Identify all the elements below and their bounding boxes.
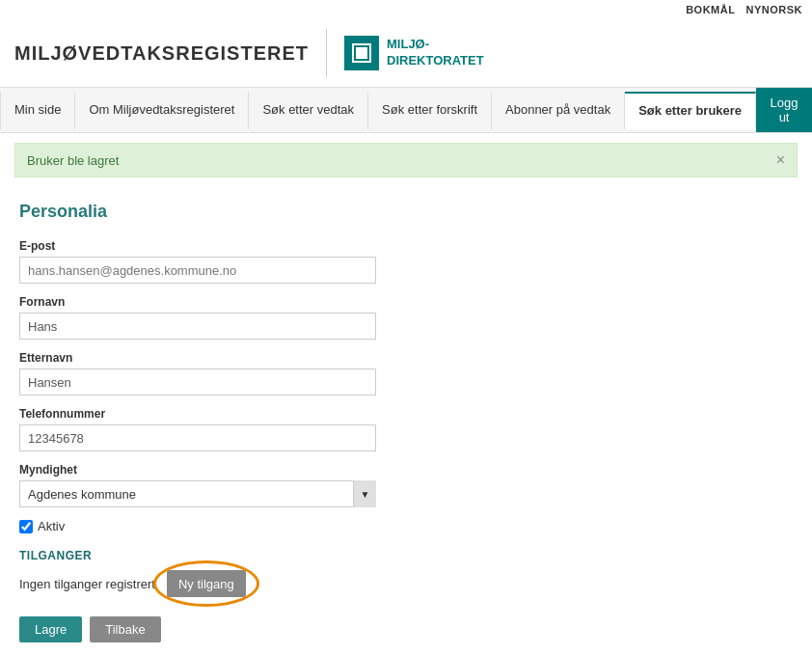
- site-title: MILJØVEDTAKSREGISTERET: [14, 42, 309, 65]
- epost-group: E-post: [19, 239, 793, 284]
- action-buttons: Lagre Tilbake: [19, 616, 793, 642]
- bokmal-link[interactable]: BOKMÅL: [686, 4, 735, 15]
- nynorsk-link[interactable]: NYNORSK: [745, 4, 802, 15]
- header-divider: [326, 29, 327, 77]
- nav-item-vedtak[interactable]: Søk etter vedtak: [249, 92, 368, 129]
- logo-text: MILJØ- DIREKTORATET: [387, 37, 484, 69]
- logo: MILJØ- DIREKTORATET: [344, 36, 484, 70]
- logout-button[interactable]: Logg ut: [756, 88, 812, 132]
- tilganger-row: Ingen tilganger registrert Ny tilgang: [19, 570, 793, 597]
- ny-tilgang-button[interactable]: Ny tilgang: [167, 570, 246, 597]
- ny-tilgang-wrapper: Ny tilgang: [167, 570, 246, 597]
- lagre-button[interactable]: Lagre: [19, 616, 82, 642]
- myndighet-select[interactable]: Agdenes kommune: [19, 480, 376, 507]
- navbar: Min side Om Miljøvedtaksregisteret Søk e…: [0, 88, 812, 133]
- main-content: Personalia E-post Fornavn Etternavn Tele…: [0, 187, 812, 655]
- aktiv-group: Aktiv: [19, 519, 793, 533]
- myndighet-select-wrapper: Agdenes kommune ▼: [19, 480, 376, 507]
- etternavn-input[interactable]: [19, 368, 376, 396]
- fornavn-label: Fornavn: [19, 295, 793, 309]
- telefon-group: Telefonnummer: [19, 407, 793, 451]
- alert-success: Bruker ble lagret ×: [14, 143, 798, 177]
- myndighet-group: Myndighet Agdenes kommune ▼: [19, 463, 793, 507]
- tilganger-section: TILGANGER Ingen tilganger registrert Ny …: [19, 549, 793, 597]
- nav-items: Min side Om Miljøvedtaksregisteret Søk e…: [0, 92, 756, 129]
- nav-item-om[interactable]: Om Miljøvedtaksregisteret: [75, 92, 249, 129]
- fornavn-group: Fornavn: [19, 295, 793, 340]
- nav-item-forskrift[interactable]: Søk etter forskrift: [368, 92, 492, 129]
- aktiv-label: Aktiv: [38, 519, 65, 533]
- epost-label: E-post: [19, 239, 793, 253]
- language-bar: BOKMÅL NYNORSK: [0, 0, 812, 19]
- tilbake-button[interactable]: Tilbake: [90, 616, 160, 642]
- telefon-label: Telefonnummer: [19, 407, 793, 421]
- telefon-input[interactable]: [19, 424, 376, 451]
- section-title: Personalia: [19, 202, 793, 222]
- alert-message: Bruker ble lagret: [27, 153, 119, 168]
- svg-rect-1: [356, 47, 367, 59]
- nav-item-abonner[interactable]: Abonner på vedtak: [492, 92, 625, 129]
- aktiv-checkbox[interactable]: [19, 520, 33, 533]
- myndighet-label: Myndighet: [19, 463, 793, 477]
- epost-input[interactable]: [19, 257, 376, 284]
- header: MILJØVEDTAKSREGISTERET MILJØ- DIREKTORAT…: [0, 19, 812, 88]
- etternavn-group: Etternavn: [19, 351, 793, 396]
- nav-item-min-side[interactable]: Min side: [0, 92, 75, 129]
- logo-icon: [344, 36, 379, 70]
- fornavn-input[interactable]: [19, 313, 376, 340]
- alert-close-button[interactable]: ×: [776, 151, 785, 169]
- no-access-text: Ingen tilganger registrert: [19, 577, 155, 591]
- nav-item-brukere[interactable]: Søk etter brukere: [625, 92, 756, 129]
- etternavn-label: Etternavn: [19, 351, 793, 365]
- tilganger-title: TILGANGER: [19, 549, 793, 562]
